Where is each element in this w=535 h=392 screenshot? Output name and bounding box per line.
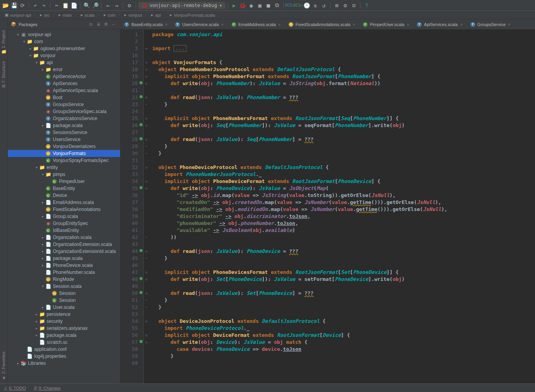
settings-icon[interactable]: ⚙ xyxy=(342,2,349,9)
vcs-commit-icon[interactable]: VCS↑ xyxy=(295,2,302,9)
breadcrumb-item[interactable]: ▣ vonjour-api xyxy=(2,12,33,17)
tree-item[interactable]: ▸📁persistence xyxy=(8,311,120,318)
tree-item[interactable]: 📄PhoneNumber.scala xyxy=(8,269,120,276)
breadcrumb-item[interactable]: ▸ src xyxy=(38,12,52,17)
tree-item[interactable]: ▸📄EmailAddress.scala xyxy=(8,199,120,206)
back-icon[interactable]: ← xyxy=(104,2,112,9)
tree-item[interactable]: ▾▣vonjour-api xyxy=(8,31,120,38)
debug-icon[interactable]: 🐞 xyxy=(239,2,247,9)
breadcrumb-item[interactable]: ▸ api xyxy=(149,12,163,17)
locate-icon[interactable]: ⊙ xyxy=(87,21,94,28)
status-todo[interactable]: ✓ 6: TODO xyxy=(4,385,26,390)
redo-icon[interactable]: ↷ xyxy=(40,2,48,9)
paste-icon[interactable]: 📄 xyxy=(70,2,78,9)
undo-icon[interactable]: ↶ xyxy=(31,2,39,9)
gear-icon[interactable]: ⚙ xyxy=(103,21,109,28)
tree-item[interactable]: ▸📄Group.scala xyxy=(8,213,120,220)
tree-item[interactable]: TApiServices xyxy=(8,80,120,87)
run-config-selector[interactable]: 🐞 vonjour-api-remote-debug ▾ xyxy=(138,2,225,9)
run-icon[interactable]: ▶ xyxy=(230,2,238,9)
gutter[interactable]: 1231617181920212223242526272829303132333… xyxy=(120,30,144,383)
find-icon[interactable]: 🔍 xyxy=(83,2,91,9)
file-tab[interactable]: TUsersService.scala× xyxy=(171,19,228,29)
tree-item[interactable]: OVonjourDeserializers xyxy=(8,143,120,150)
code-area[interactable]: package com.vonjour.apiimport ...object … xyxy=(149,30,535,383)
file-tab[interactable]: CPimpedUser.scala× xyxy=(359,19,413,29)
file-tab[interactable]: TApiServices.scala× xyxy=(413,19,466,29)
fold-column[interactable]: ⊞⊟⊟⊟⊟⊟⌐⊟⊟⊟⌐⌐⊟⊟⊟⌐⊟⌐⊟⊟⊟⌐⌐⊟⊟⊟ xyxy=(144,30,149,383)
tree-item[interactable]: ▸📁error xyxy=(8,66,120,73)
breadcrumb-item[interactable]: ▸ vonjour xyxy=(122,12,145,17)
tree-item[interactable]: ▸📄OrganizationExtensionId.scala xyxy=(8,248,120,255)
tab-structure[interactable]: ⊞ 7: Structure xyxy=(0,58,7,91)
tree-item[interactable]: ▾📁entity xyxy=(8,164,120,171)
project-tree[interactable]: ▾▣vonjour-api▾📁com▸📁oglowo.phonenumber▾📁… xyxy=(8,30,120,383)
tab-project[interactable]: 📁 1: Project xyxy=(0,27,7,58)
breadcrumb-item[interactable]: ▸ scala xyxy=(78,12,97,17)
tree-item[interactable]: 📄application.conf xyxy=(8,346,120,353)
open-icon[interactable]: 📂 xyxy=(2,2,9,9)
hide-icon[interactable]: ← xyxy=(111,21,117,28)
tree-item[interactable]: ▸📄package.scala xyxy=(8,332,120,339)
tree-item[interactable]: CDevice xyxy=(8,192,120,199)
tree-item[interactable]: ◉ApiServiceSpec.scala xyxy=(8,87,120,94)
structure-icon[interactable]: ⊞ xyxy=(333,2,341,9)
close-icon[interactable]: × xyxy=(407,22,409,27)
close-icon[interactable]: × xyxy=(353,22,355,27)
close-icon[interactable]: × xyxy=(278,22,281,27)
close-icon[interactable]: × xyxy=(221,22,223,27)
forward-icon[interactable]: → xyxy=(113,2,120,9)
tree-item[interactable]: TOrganizationsService xyxy=(8,115,120,122)
tree-item[interactable]: CVonjourSprayFormatsSpec xyxy=(8,157,120,164)
tree-item[interactable]: ◉GroupsServiceSpec.scala xyxy=(8,108,120,115)
tree-item[interactable]: OSession xyxy=(8,290,120,297)
file-tab[interactable]: TBaseEntity.scala× xyxy=(120,19,171,29)
file-tab[interactable]: TGroupsService× xyxy=(467,19,514,29)
sync-icon[interactable]: ⟳ xyxy=(19,2,26,9)
tree-item[interactable]: ▾📁pimps xyxy=(8,171,120,178)
build-icon[interactable]: ⚙ xyxy=(125,2,133,9)
tree-item[interactable]: ▸📄package.scala xyxy=(8,122,120,129)
tree-item[interactable]: ▸📁serializers.astyanax xyxy=(8,325,120,332)
replace-icon[interactable]: 🔎 xyxy=(91,2,99,9)
breadcrumb-item[interactable]: ▸ VonjourFormats.scala xyxy=(167,12,217,17)
vcs-diff-icon[interactable]: ⇅ xyxy=(312,2,319,9)
editor[interactable]: 1231617181920212223242526272829303132333… xyxy=(120,30,535,383)
tree-item[interactable]: OBoot xyxy=(8,94,120,101)
tree-item[interactable]: ▾📁api xyxy=(8,59,120,66)
tree-item[interactable]: ▾📁vonjour xyxy=(8,52,120,59)
tree-item[interactable]: 📄scratch.sc xyxy=(8,339,120,346)
cut-icon[interactable]: ✂ xyxy=(53,2,61,9)
tree-item[interactable]: TGroupsService xyxy=(8,101,120,108)
close-icon[interactable]: × xyxy=(460,22,462,27)
breadcrumb-item[interactable]: ▸ com xyxy=(101,12,118,17)
copy-icon[interactable]: 📋 xyxy=(61,2,69,9)
stop-icon[interactable]: ■ xyxy=(265,2,272,9)
tab-favorites[interactable]: ★ 2: Favorites xyxy=(0,348,7,383)
tree-item[interactable]: 📄log4j.properties xyxy=(8,353,120,360)
tree-item[interactable]: ▸📁security xyxy=(8,318,120,325)
tree-item[interactable]: ▸📁oglowo.phonenumber xyxy=(8,45,120,52)
tree-item[interactable]: ▸📄package.scala xyxy=(8,255,120,262)
tree-item[interactable]: ▸📄PhoneDevice.scala xyxy=(8,262,120,269)
tree-item[interactable]: ORingMode xyxy=(8,276,120,283)
tree-item[interactable]: ▸📄Organization.scala xyxy=(8,234,120,241)
tree-item[interactable]: ▾📁com xyxy=(8,38,120,45)
tree-item[interactable]: OFixedScalaAnnotations xyxy=(8,206,120,213)
status-changes[interactable]: ⟳ 9: Changes xyxy=(34,385,61,390)
vcs-revert-icon[interactable]: ↺ xyxy=(320,2,328,9)
tree-item[interactable]: OVonjourFormats xyxy=(8,150,120,157)
tree-item[interactable]: CBaseEntity xyxy=(8,185,120,192)
tree-item[interactable]: ▾📄Session.scala xyxy=(8,283,120,290)
vcs-history-icon[interactable]: 🕐 xyxy=(303,2,311,9)
tree-item[interactable]: TSessionsService xyxy=(8,129,120,136)
coverage-icon[interactable]: ◉ xyxy=(247,2,255,9)
file-tab[interactable]: OFixedScalaAnnotations.scala× xyxy=(285,19,359,29)
vcs-update-icon[interactable]: VCS↓ xyxy=(286,2,294,9)
tree-item[interactable]: ▸📄User.scala xyxy=(8,304,120,311)
tree-item[interactable]: ▸📄OrganizationExtension.scala xyxy=(8,241,120,248)
help-icon[interactable]: ? xyxy=(363,2,371,9)
tree-item[interactable]: ◉GroupEntitySpec xyxy=(8,220,120,227)
profile-icon[interactable]: ▣ xyxy=(256,2,264,9)
tree-item[interactable]: CIdBaseEntity xyxy=(8,227,120,234)
